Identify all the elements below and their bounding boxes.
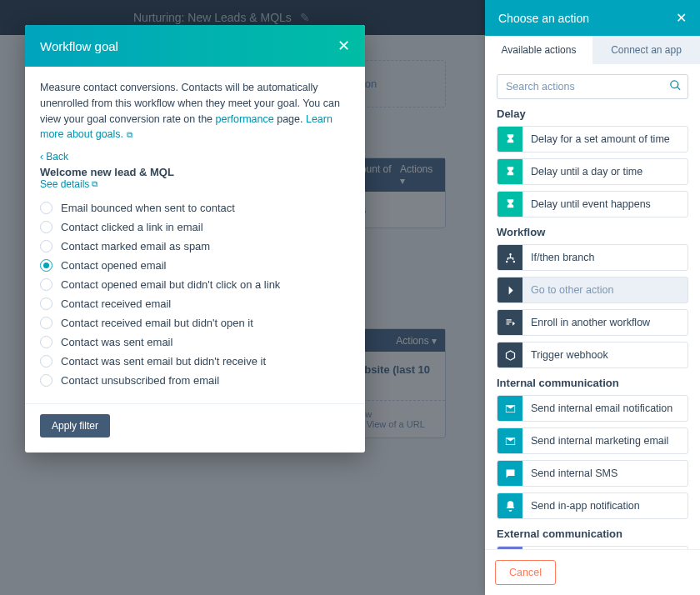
radio-label: Contact opened email: [61, 259, 166, 272]
action-item[interactable]: Send in-app notification: [497, 492, 688, 519]
close-icon[interactable]: ✕: [676, 10, 687, 26]
external-icon: ⧉: [92, 179, 98, 189]
modal-description: Measure contact conversions. Contacts wi…: [40, 80, 350, 142]
radio-icon: [40, 240, 52, 252]
action-item[interactable]: Delay for a set amount of time: [497, 126, 688, 152]
action-label: Delay until a day or time: [522, 166, 651, 178]
external-icon: ⧉: [127, 130, 132, 139]
bell-icon: [498, 493, 522, 518]
action-item[interactable]: Trigger webhook: [497, 342, 688, 368]
radio-label: Contact was sent email but didn't receiv…: [61, 355, 266, 368]
category-heading: Delay: [497, 108, 688, 120]
action-item[interactable]: Send internal marketing email: [497, 428, 688, 454]
radio-option[interactable]: Contact clicked a link in email: [40, 218, 350, 237]
action-item[interactable]: Send internal SMS: [497, 460, 688, 487]
radio-label: Contact received email but didn't open i…: [61, 317, 253, 329]
radio-icon: [40, 259, 52, 272]
tab-available-actions[interactable]: Available actions: [485, 36, 592, 64]
category-heading: Internal communication: [497, 377, 688, 389]
goal-heading: Welcome new lead & MQL: [40, 166, 350, 178]
action-item[interactable]: Delay until event happens: [497, 191, 688, 218]
action-label: Send internal SMS: [522, 468, 626, 479]
radio-label: Contact unsubscribed from email: [61, 374, 219, 387]
action-label: Trigger webhook: [522, 349, 617, 361]
radio-option[interactable]: Contact received email: [40, 294, 350, 313]
action-label: Send in-app notification: [522, 500, 648, 512]
search-actions: [497, 74, 688, 99]
radio-option[interactable]: Contact opened email but didn't click on…: [40, 275, 350, 294]
action-label: If/then branch: [522, 252, 602, 263]
action-label: Send internal email notification: [522, 402, 681, 414]
modal-title: Workflow goal: [40, 39, 118, 53]
cube-icon: [498, 342, 522, 368]
action-label: Delay for a set amount of time: [522, 133, 678, 145]
cancel-button[interactable]: Cancel: [495, 560, 556, 585]
tab-connect-app[interactable]: Connect an app: [592, 36, 700, 64]
see-details-link[interactable]: See details ⧉: [40, 178, 98, 190]
action-item[interactable]: Go to other action: [497, 277, 688, 303]
close-icon[interactable]: ✕: [338, 37, 350, 55]
radio-label: Email bounced when sent to contact: [61, 202, 235, 214]
radio-option[interactable]: Contact was sent email but didn't receiv…: [40, 352, 350, 371]
radio-icon: [40, 221, 52, 233]
mail-icon: [498, 428, 522, 453]
action-sidebar: Choose an action ✕ Available actions Con…: [485, 0, 700, 595]
action-label: Send internal marketing email: [522, 435, 677, 447]
action-label: Go to other action: [522, 284, 622, 296]
radio-label: Contact opened email but didn't click on…: [61, 278, 280, 291]
radio-icon: [40, 336, 52, 348]
action-item[interactable]: Delay until a day or time: [497, 158, 688, 185]
radio-icon: [40, 202, 52, 214]
hourglass-icon: [498, 159, 522, 184]
action-item[interactable]: Send internal email notification: [497, 395, 688, 422]
branch-icon: [498, 245, 522, 270]
chat-icon: [498, 461, 522, 486]
radio-label: Contact received email: [61, 298, 171, 310]
radio-option[interactable]: Contact opened email: [40, 256, 350, 275]
action-label: Delay until event happens: [522, 198, 659, 210]
performance-link[interactable]: performance: [216, 113, 274, 125]
goto-icon: [498, 278, 522, 302]
radio-option[interactable]: Contact unsubscribed from email: [40, 371, 350, 390]
apply-filter-button[interactable]: Apply filter: [40, 414, 110, 438]
modal-header: Workflow goal ✕: [25, 25, 365, 67]
radio-icon: [40, 317, 52, 329]
radio-label: Contact marked email as spam: [61, 240, 210, 252]
category-heading: Workflow: [497, 226, 688, 238]
radio-icon: [40, 278, 52, 291]
category-heading: External communication: [497, 528, 688, 540]
back-link[interactable]: ‹ Back: [40, 151, 350, 162]
hourglass-icon: [498, 192, 522, 217]
sidebar-tabs: Available actions Connect an app: [485, 36, 700, 64]
workflow-goal-modal: Workflow goal ✕ Measure contact conversi…: [25, 25, 365, 452]
hourglass-icon: [498, 127, 522, 152]
action-label: Enroll in another workflow: [522, 317, 658, 328]
search-icon[interactable]: [669, 79, 682, 95]
enroll-icon: [498, 310, 522, 335]
radio-icon: [40, 298, 52, 310]
action-item[interactable]: Enroll in another workflow: [497, 309, 688, 336]
search-input[interactable]: [497, 74, 688, 99]
radio-label: Contact clicked a link in email: [61, 221, 203, 233]
radio-label: Contact was sent email: [61, 336, 172, 348]
radio-option[interactable]: Contact received email but didn't open i…: [40, 313, 350, 332]
radio-icon: [40, 374, 52, 387]
mail-icon: [498, 396, 522, 421]
radio-icon: [40, 355, 52, 368]
radio-option[interactable]: Email bounced when sent to contact: [40, 198, 350, 218]
radio-option[interactable]: Contact was sent email: [40, 332, 350, 352]
action-item[interactable]: If/then branch: [497, 244, 688, 271]
sidebar-title: Choose an action: [498, 12, 589, 25]
sidebar-header: Choose an action ✕: [485, 0, 700, 36]
radio-option[interactable]: Contact marked email as spam: [40, 237, 350, 256]
